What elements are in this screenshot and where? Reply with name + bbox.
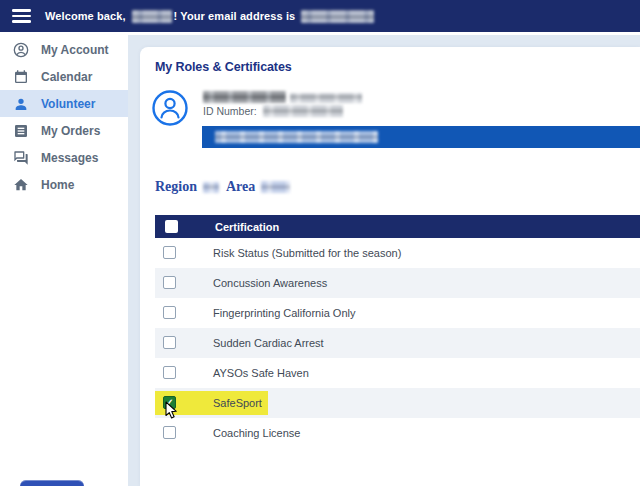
region-label: Region (155, 179, 197, 195)
row-checkbox[interactable] (163, 306, 176, 319)
id-number-label: ID Number: (203, 105, 257, 117)
redacted-email (301, 10, 374, 23)
mouse-cursor-icon (165, 401, 178, 420)
row-label: Risk Status (Submitted for the season) (213, 238, 401, 268)
row-label: Concussion Awareness (213, 268, 327, 298)
row-label: Fingerprinting California Only (213, 298, 355, 328)
sidebar-item-my-account[interactable]: My Account (0, 36, 128, 63)
redacted-area-value (261, 181, 290, 193)
volunteer-icon (13, 96, 29, 112)
app-window: Welcome back, ! Your email address is My… (0, 0, 640, 486)
redacted-banner-text (215, 131, 378, 143)
role-banner (202, 126, 640, 148)
sidebar-item-volunteer[interactable]: Volunteer (0, 90, 128, 117)
redacted-id-value (263, 105, 343, 117)
calendar-icon (13, 69, 29, 85)
sidebar-item-my-orders[interactable]: My Orders (0, 117, 128, 144)
hamburger-menu-icon[interactable] (12, 9, 31, 23)
redacted-name (203, 91, 286, 103)
select-all-checkbox[interactable] (165, 220, 178, 233)
table-row-sudden-cardiac-arrest: Sudden Cardiac Arrest (155, 328, 640, 358)
certification-column-header: Certification (215, 221, 279, 233)
messages-icon (13, 150, 29, 166)
greeting-prefix: Welcome back, (45, 10, 126, 22)
table-header-row: Certification (155, 215, 640, 238)
redacted-username (132, 10, 172, 23)
row-checkbox[interactable] (163, 336, 176, 349)
row-label: Sudden Cardiac Arrest (213, 328, 324, 358)
row-checkbox[interactable] (163, 276, 176, 289)
sidebar-item-messages[interactable]: Messages (0, 144, 128, 171)
top-navbar: Welcome back, ! Your email address is (0, 0, 640, 32)
sidebar-item-home[interactable]: Home (0, 171, 128, 198)
table-row-coaching-license: Coaching License (155, 418, 640, 448)
row-checkbox[interactable] (163, 366, 176, 379)
page-title: My Roles & Certificates (155, 60, 292, 74)
redacted-region-value (203, 182, 219, 193)
table-body: Risk Status (Submitted for the season) C… (155, 238, 640, 448)
certification-table: Certification Risk Status (Submitted for… (155, 215, 640, 448)
home-icon (13, 177, 29, 193)
row-label: SafeSport (213, 388, 262, 418)
orders-icon (13, 123, 29, 139)
table-row-safesport: ✓ SafeSport (155, 388, 640, 418)
id-number-row: ID Number: (203, 105, 343, 117)
redacted-name-secondary (290, 93, 362, 103)
row-checkbox[interactable] (163, 426, 176, 439)
area-label: Area (226, 179, 255, 195)
table-row-concussion-awareness: Concussion Awareness (155, 268, 640, 298)
sidebar-item-calendar[interactable]: Calendar (0, 63, 128, 90)
table-row-fingerprinting-california-only: Fingerprinting California Only (155, 298, 640, 328)
account-icon (13, 42, 29, 58)
welcome-message: Welcome back, ! Your email address is (45, 10, 374, 23)
region-area-heading: Region Area (155, 179, 297, 195)
row-label: Coaching License (213, 418, 300, 448)
greeting-suffix: ! Your email address is (174, 10, 296, 22)
table-row-aysos-safe-haven: AYSOs Safe Haven (155, 358, 640, 388)
table-row-risk-status-submitted-for-the-season: Risk Status (Submitted for the season) (155, 238, 640, 268)
row-checkbox[interactable] (163, 246, 176, 259)
content-card: My Roles & Certificates ID Number: Regio… (140, 47, 640, 486)
chat-button-partial[interactable] (20, 480, 84, 486)
row-label: AYSOs Safe Haven (213, 358, 309, 388)
sidebar: My Account Calendar Volunteer My Orders … (0, 32, 128, 486)
avatar-person-icon (151, 89, 189, 127)
